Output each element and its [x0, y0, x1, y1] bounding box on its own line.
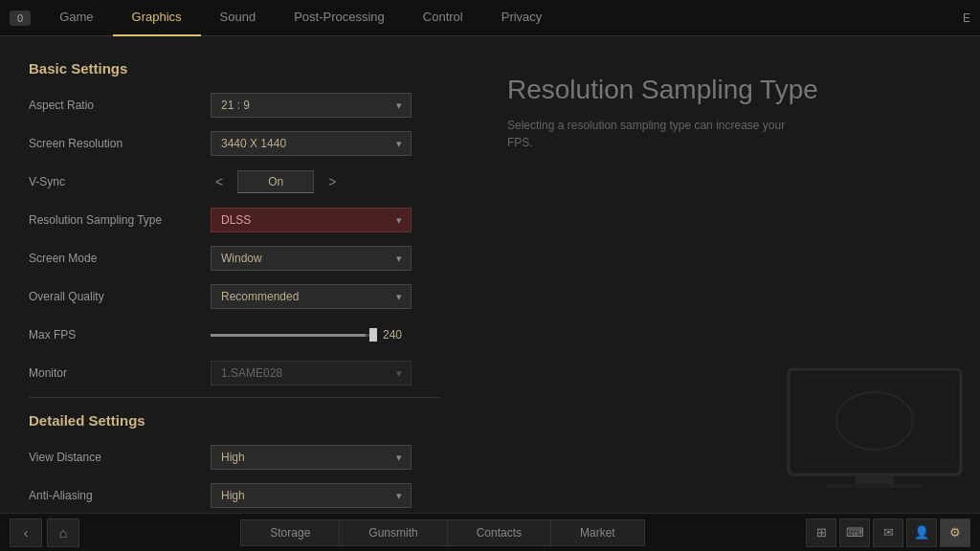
screen-mode-control[interactable]: Window Fullscreen Borderless: [211, 246, 440, 271]
tab-game[interactable]: Game: [40, 0, 112, 36]
resolution-sampling-select[interactable]: DLSS TAA FSR: [211, 208, 412, 232]
overall-quality-dropdown-wrapper[interactable]: Recommended Low Medium High Ultra: [211, 284, 412, 309]
detailed-settings-title: Detailed Settings: [29, 412, 440, 429]
view-distance-control[interactable]: High Low Medium Ultra: [211, 445, 440, 470]
monitor-label: Monitor: [29, 366, 211, 380]
gear-icon-button[interactable]: ⚙: [940, 518, 970, 547]
home-button[interactable]: ⌂: [47, 518, 79, 547]
anti-aliasing-select[interactable]: High Low Medium Ultra: [211, 483, 412, 508]
screen-resolution-row: Screen Resolution 3440 X 1440 1920 X 108…: [29, 129, 440, 158]
tab-post-processing[interactable]: Post-Processing: [275, 0, 404, 36]
anti-aliasing-label: Anti-Aliasing: [29, 489, 211, 502]
resolution-sampling-dropdown-wrapper[interactable]: DLSS TAA FSR: [211, 208, 412, 232]
info-title: Resolution Sampling Type: [507, 75, 942, 105]
monitor-control[interactable]: 1.SAME028: [211, 361, 440, 386]
vsync-prev-arrow[interactable]: <: [211, 172, 228, 191]
overall-quality-control[interactable]: Recommended Low Medium High Ultra: [211, 284, 440, 309]
info-desc: Selecting a resolution sampling type can…: [507, 117, 813, 151]
screen-resolution-select[interactable]: 3440 X 1440 1920 X 1080: [211, 131, 412, 156]
tab-graphics[interactable]: Graphics: [113, 0, 201, 36]
mail-icon-button[interactable]: ✉: [873, 518, 903, 547]
tab-contacts[interactable]: Contacts: [448, 520, 551, 545]
tab-gunsmith[interactable]: Gunsmith: [340, 520, 447, 545]
aspect-ratio-label: Aspect Ratio: [29, 99, 211, 112]
nav-right-badge: E: [963, 11, 970, 25]
aspect-ratio-row: Aspect Ratio 21 : 9 16 : 9: [29, 91, 440, 120]
person-icon-button[interactable]: 👤: [906, 518, 937, 547]
max-fps-control: 240: [211, 328, 440, 342]
top-nav: 0 Game Graphics Sound Post-Processing Co…: [0, 0, 980, 36]
keyboard-icon-button[interactable]: ⌨: [839, 518, 870, 547]
svg-rect-3: [827, 484, 923, 488]
vsync-value: On: [237, 170, 314, 193]
max-fps-label: Max FPS: [29, 328, 211, 342]
view-distance-select[interactable]: High Low Medium Ultra: [211, 445, 412, 470]
anti-aliasing-control[interactable]: High Low Medium Ultra: [211, 483, 440, 508]
resolution-sampling-label: Resolution Sampling Type: [29, 213, 211, 227]
anti-aliasing-row: Anti-Aliasing High Low Medium Ultra: [29, 481, 440, 510]
aspect-ratio-select[interactable]: 21 : 9 16 : 9: [211, 93, 412, 118]
max-fps-row: Max FPS 240: [29, 320, 440, 349]
svg-rect-2: [856, 476, 894, 484]
tab-privacy[interactable]: Privacy: [482, 0, 562, 36]
vsync-row: V-Sync < On >: [29, 167, 440, 196]
vsync-next-arrow[interactable]: >: [323, 172, 341, 191]
basic-settings-title: Basic Settings: [29, 60, 440, 77]
monitor-dropdown-wrapper[interactable]: 1.SAME028: [211, 361, 412, 386]
view-distance-label: View Distance: [29, 451, 211, 464]
monitor-illustration: [779, 360, 970, 494]
max-fps-slider-thumb[interactable]: [369, 328, 377, 342]
grid-icon-button[interactable]: ⊞: [806, 518, 836, 547]
screen-resolution-label: Screen Resolution: [29, 137, 211, 150]
max-fps-slider-track[interactable]: [211, 334, 373, 337]
view-distance-dropdown-wrapper[interactable]: High Low Medium Ultra: [211, 445, 412, 470]
max-fps-value: 240: [383, 328, 412, 342]
bottom-tabs: Storage Gunsmith Contacts Market: [240, 519, 644, 546]
right-panel: Resolution Sampling Type Selecting a res…: [469, 36, 980, 513]
bottom-nav: ‹ ⌂ Storage Gunsmith Contacts Market ⊞ ⌨…: [0, 513, 980, 551]
screen-resolution-dropdown-wrapper[interactable]: 3440 X 1440 1920 X 1080: [211, 131, 412, 156]
nav-badge: 0: [10, 11, 31, 26]
vsync-label: V-Sync: [29, 175, 211, 188]
screen-mode-label: Screen Mode: [29, 252, 211, 265]
main-content: Basic Settings Aspect Ratio 21 : 9 16 : …: [0, 36, 980, 513]
monitor-select[interactable]: 1.SAME028: [211, 361, 412, 386]
aspect-ratio-control[interactable]: 21 : 9 16 : 9: [211, 93, 440, 118]
aspect-ratio-dropdown-wrapper[interactable]: 21 : 9 16 : 9: [211, 93, 412, 118]
monitor-row: Monitor 1.SAME028: [29, 359, 440, 387]
overall-quality-select[interactable]: Recommended Low Medium High Ultra: [211, 284, 412, 309]
left-panel: Basic Settings Aspect Ratio 21 : 9 16 : …: [0, 36, 469, 513]
tab-sound[interactable]: Sound: [201, 0, 276, 36]
screen-mode-row: Screen Mode Window Fullscreen Borderless: [29, 244, 440, 273]
tab-control[interactable]: Control: [404, 0, 482, 36]
vsync-control-group: < On >: [211, 170, 440, 193]
screen-resolution-control[interactable]: 3440 X 1440 1920 X 1080: [211, 131, 440, 156]
resolution-sampling-control[interactable]: DLSS TAA FSR: [211, 208, 440, 232]
max-fps-slider-fill: [211, 334, 366, 337]
view-distance-row: View Distance High Low Medium Ultra: [29, 443, 440, 472]
bottom-nav-center: Storage Gunsmith Contacts Market: [79, 519, 806, 546]
screen-mode-select[interactable]: Window Fullscreen Borderless: [211, 246, 412, 271]
vsync-control: < On >: [211, 170, 440, 193]
max-fps-slider-wrapper: 240: [211, 328, 412, 342]
tab-storage[interactable]: Storage: [241, 520, 340, 545]
anti-aliasing-dropdown-wrapper[interactable]: High Low Medium Ultra: [211, 483, 412, 508]
bottom-nav-right: ⊞ ⌨ ✉ 👤 ⚙: [806, 518, 970, 547]
back-button[interactable]: ‹: [10, 518, 42, 547]
overall-quality-row: Overall Quality Recommended Low Medium H…: [29, 282, 440, 311]
tab-market[interactable]: Market: [551, 520, 644, 545]
screen-mode-dropdown-wrapper[interactable]: Window Fullscreen Borderless: [211, 246, 412, 271]
settings-divider: [29, 397, 440, 398]
overall-quality-label: Overall Quality: [29, 290, 211, 303]
bottom-nav-left: ‹ ⌂: [10, 518, 79, 547]
resolution-sampling-row: Resolution Sampling Type DLSS TAA FSR: [29, 206, 440, 234]
